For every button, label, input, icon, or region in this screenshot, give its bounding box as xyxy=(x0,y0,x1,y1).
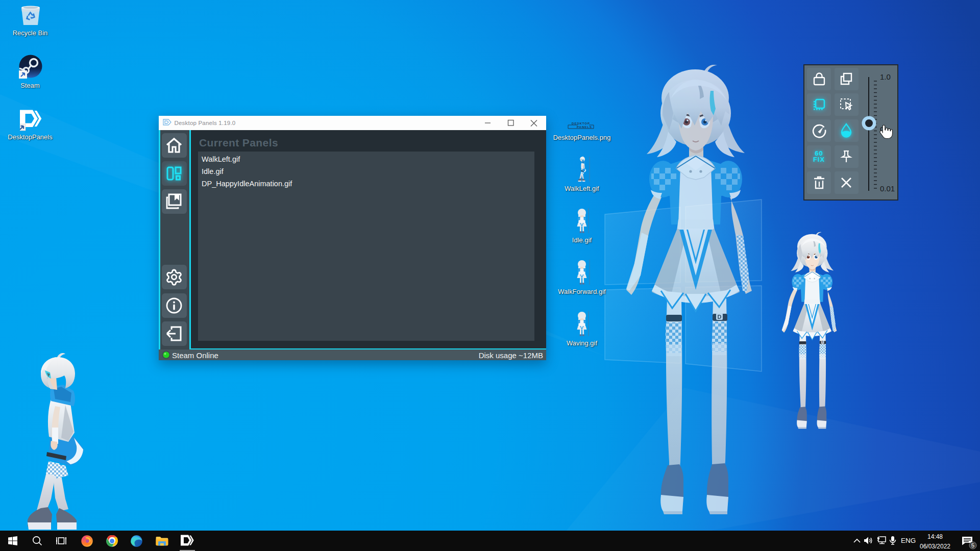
svg-text:5: 5 xyxy=(971,542,974,548)
